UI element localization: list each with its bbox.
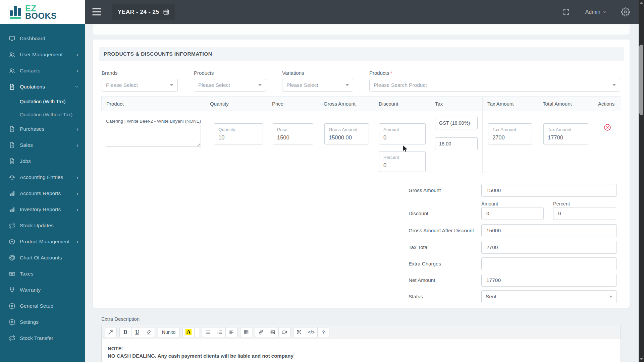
discount-percent-input[interactable]: Percent 0 (379, 151, 426, 172)
page-scrollbar[interactable] (639, 0, 644, 362)
sidebar-subitem-quotation-with-tax[interactable]: Quotation (With Tax) (0, 95, 85, 108)
sidebar-item-chart-of-accounts[interactable]: Chart Of Accounts (0, 250, 85, 266)
sidebar-item-quotations[interactable]: Quotations › (0, 79, 85, 95)
sidebar-item-label: Inventory Reports (20, 206, 76, 213)
sidebar-item-general-setup[interactable]: General Setup (0, 298, 85, 314)
sidebar-item-accounting-entries[interactable]: Accounting Entries › (0, 169, 85, 185)
summary-discount-amount-input[interactable] (481, 207, 544, 220)
products-discounts-card: PRODUCTS & DISCOUNTS INFORMATION Brands … (93, 40, 630, 308)
fiscal-year-selector[interactable]: YEAR - 24 - 25 (112, 4, 175, 20)
sidebar-item-dashboard[interactable]: Dashboard (0, 31, 85, 47)
summary-gross-input[interactable] (481, 184, 617, 197)
font-color-button[interactable]: A (182, 327, 195, 337)
products-filter: Products Please Select (194, 70, 266, 92)
variations-select-value: Please Select (286, 82, 318, 88)
sidebar-item-label: Taxes (20, 271, 78, 277)
caret-down-icon (170, 84, 173, 86)
chevron-right-icon: › (76, 238, 78, 245)
bold-button[interactable]: B (119, 327, 131, 337)
quantity-value: 10 (218, 134, 259, 141)
sidebar-item-inventory-reports[interactable]: Inventory Reports › (0, 201, 85, 218)
sidebar-item-purchases[interactable]: Purchases › (0, 121, 85, 137)
scrollbar-thumb[interactable] (639, 45, 643, 115)
chevron-right-icon: › (76, 126, 78, 132)
tax-rate-input[interactable]: 18.00 (435, 137, 478, 150)
admin-user-menu[interactable]: Admin (585, 9, 607, 15)
sidebar-item-taxes[interactable]: Taxes (0, 266, 85, 282)
settings-gear-icon[interactable] (621, 7, 630, 16)
unordered-list-button[interactable] (202, 327, 214, 337)
summary-tax-total-input[interactable] (481, 241, 617, 254)
brands-select[interactable]: Please Select (102, 79, 178, 92)
product-description-textarea[interactable] (106, 125, 201, 147)
highlight-a-icon: A (185, 329, 192, 335)
diamonds-icon (9, 287, 15, 293)
repeat-arrows-icon (9, 335, 15, 342)
sidebar-item-contacts[interactable]: Contacts › (0, 63, 85, 79)
contacts-icon (9, 67, 15, 74)
sidebar-item-accounts-reports[interactable]: Accounts Reports › (0, 185, 85, 201)
fullscreen-icon[interactable] (562, 8, 570, 16)
status-select[interactable]: Sent (481, 290, 617, 303)
summary-extra-charges-input[interactable] (481, 257, 617, 270)
code-view-button[interactable]: </> (305, 327, 318, 337)
total-amount-input[interactable]: Tax Amount 17700 (543, 123, 588, 144)
insert-link-button[interactable] (255, 327, 267, 337)
gross-amount-input[interactable]: Gross Amount 15000.00 (324, 123, 369, 144)
extra-description-label: Extra Description (101, 316, 140, 322)
font-family-button[interactable]: Nunito (158, 327, 180, 337)
quantity-input[interactable]: Quantity 10 (214, 123, 263, 144)
total-amount-input-label: Tax Amount (548, 127, 584, 132)
magic-wand-icon (108, 329, 113, 335)
product-search-select[interactable]: Please Search Product (369, 79, 620, 92)
sidebar-item-stock-updates[interactable]: Stock Updates (0, 218, 85, 234)
editor-help-button[interactable]: ? (317, 327, 329, 337)
delete-row-icon[interactable] (603, 123, 611, 131)
sidebar-item-product-management[interactable]: Product Management › (0, 234, 85, 250)
chevron-right-icon: › (76, 174, 78, 181)
variations-select[interactable]: Please Select (282, 79, 353, 92)
summary-discount-percent-input[interactable] (553, 207, 616, 220)
magic-style-button[interactable] (105, 327, 117, 337)
font-color-dropdown-button[interactable] (194, 327, 199, 337)
sidebar-item-sales[interactable]: Sales › (0, 137, 85, 153)
price-input[interactable]: Price 1500 (273, 123, 313, 144)
editor-fullscreen-button[interactable] (293, 327, 305, 337)
expand-arrows-icon (297, 329, 302, 335)
sidebar-item-jobs[interactable]: Jobs (0, 153, 85, 169)
insert-video-button[interactable] (278, 327, 290, 337)
scroll-up-arrow[interactable] (640, 2, 643, 4)
sidebar-item-label: Dashboard (20, 36, 78, 42)
tax-amount-input-label: Tax Amount (492, 127, 528, 132)
tax-select-value: GST (18.00%) (439, 120, 470, 126)
insert-image-button[interactable] (267, 327, 279, 337)
chevron-down-icon (603, 10, 607, 14)
summary-gross-after-input[interactable] (481, 224, 617, 237)
app-logo[interactable]: EZ BOOKS (0, 0, 85, 24)
discount-amount-input[interactable]: Amount 0 (379, 123, 426, 144)
underline-button[interactable]: U (131, 327, 143, 337)
products-select[interactable]: Please Select (194, 79, 266, 92)
sidebar-item-settings[interactable]: Settings (0, 314, 85, 330)
ordered-list-button[interactable] (214, 327, 226, 337)
summary-net-amount-input[interactable] (481, 274, 617, 287)
link-icon (258, 329, 264, 335)
tax-amount-input[interactable]: Tax Amount 2700 (488, 123, 532, 144)
hamburger-menu-icon[interactable] (90, 6, 103, 17)
product-cell: Catering | White Beef-2 - White Biryani … (101, 111, 205, 173)
calendar-icon (163, 9, 169, 15)
sidebar-item-user-management[interactable]: User Management › (0, 47, 85, 63)
paragraph-align-button[interactable] (225, 327, 237, 337)
sidebar-item-stock-transfer[interactable]: Stock Transfer (0, 330, 85, 346)
insert-table-button[interactable] (240, 327, 252, 337)
variations-label: Variations (282, 70, 353, 76)
scroll-down-arrow[interactable] (640, 358, 643, 360)
sidebar-item-label: Sales (20, 142, 76, 148)
editor-content[interactable]: NOTE: NO CASH DEALING. Any cash payment … (102, 339, 621, 362)
clear-format-button[interactable] (143, 327, 155, 337)
summary-tax-total-label: Tax Total (409, 244, 429, 250)
sidebar-item-warranty[interactable]: Warranty (0, 282, 85, 298)
column-header-quantity: Quantity (205, 97, 267, 111)
sidebar-subitem-quotation-without-tax[interactable]: Quotation (Without Tax) (0, 108, 85, 121)
tax-select[interactable]: GST (18.00%) (435, 117, 478, 129)
